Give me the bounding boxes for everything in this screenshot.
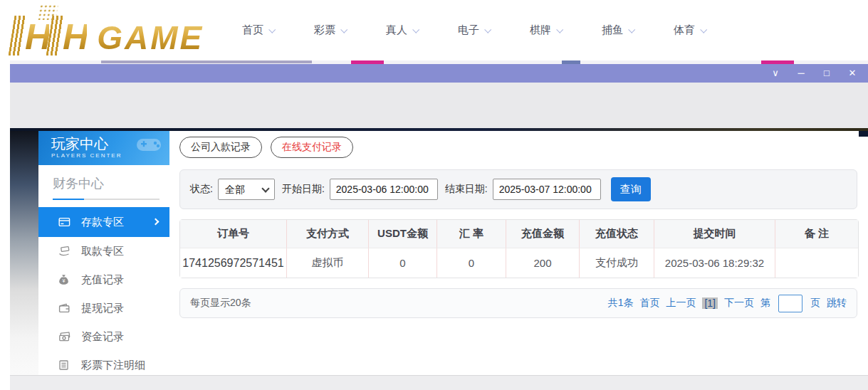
nav-item-fishing[interactable]: 捕鱼 (602, 23, 634, 37)
sidebar-menu: 存款专区 取款专区 ¥ (38, 207, 169, 379)
logo-text-game: GAME (97, 20, 204, 56)
filter-panel: 状态: 全部 开始日期: 结束日期: 查询 (179, 169, 857, 209)
chevron-down-icon (484, 26, 491, 33)
sidebar-item-label: 取款专区 (81, 245, 124, 258)
logo[interactable]: H H GAME (11, 6, 204, 56)
table-header-row: 订单号 支付方式 USDT金额 汇 率 充值金额 充值状态 提交时间 备 注 (180, 220, 858, 248)
background-fragment (101, 60, 312, 63)
status-select[interactable]: 全部 (218, 179, 275, 200)
left-shade-decoration (10, 131, 38, 375)
logo-letter-h1: H (25, 19, 49, 56)
sidebar-item-withdrawal-records[interactable]: 提现记录 (38, 294, 169, 322)
sidebar: 玩家中心 PLAYERS CENTER 财务中心 (38, 131, 169, 375)
status-label: 状态: (190, 183, 213, 196)
sidebar-item-recharge-records[interactable]: ¥ 充值记录 (38, 265, 169, 294)
pagination-prev-link[interactable]: 上一页 (666, 297, 696, 310)
main-content: 公司入款记录 在线支付记录 状态: 全部 开始日期: 结束日期: 查询 (179, 131, 859, 318)
window-titlebar: ∨ ─ □ ✕ (10, 64, 868, 83)
chevron-down-icon (268, 26, 276, 33)
jump-button[interactable]: 跳转 (827, 297, 847, 310)
end-date-input[interactable] (493, 179, 601, 200)
window-bottom-strip (10, 375, 868, 390)
total-count-text: 共1条 (608, 297, 634, 310)
nav-item-label: 电子 (458, 23, 479, 37)
nav-item-sports[interactable]: 体育 (674, 23, 706, 37)
cell-recharge-amount: 200 (506, 248, 580, 278)
sidebar-item-label: 资金记录 (81, 330, 124, 344)
tab-company-deposit-records[interactable]: 公司入款记录 (179, 137, 262, 158)
sidebar-section-underline-fill (53, 199, 84, 200)
cell-submit-time: 2025-03-06 18:29:32 (654, 248, 775, 278)
record-tabs: 公司入款记录 在线支付记录 (179, 137, 859, 158)
cell-recharge-status: 支付成功 (580, 248, 654, 278)
column-header-recharge-status: 充值状态 (580, 220, 654, 248)
sidebar-item-label: 提现记录 (81, 302, 124, 315)
pagination-panel: 每页显示20条 共1条 首页 上一页 [1] 下一页 第 页 跳转 (179, 288, 857, 318)
chevron-down-icon (556, 26, 563, 33)
column-header-submit-time: 提交时间 (654, 220, 775, 248)
nav-item-label: 棋牌 (530, 23, 551, 37)
table-row: 1741256972571451 虚拟币 0 0 200 支付成功 2025-0… (180, 248, 858, 278)
cell-remark (775, 248, 858, 278)
wallet-icon (58, 302, 71, 314)
maximize-button[interactable]: □ (821, 64, 832, 83)
nav-item-label: 首页 (242, 23, 263, 37)
banknotes-icon (58, 331, 71, 342)
nav-item-live-casino[interactable]: 真人 (386, 23, 418, 37)
pagination-controls: 共1条 首页 上一页 [1] 下一页 第 页 跳转 (608, 295, 847, 312)
jump-label-suffix: 页 (810, 297, 820, 310)
minimize-button[interactable]: ─ (795, 64, 807, 83)
nav-item-slots[interactable]: 电子 (458, 23, 490, 37)
column-header-exchange-rate: 汇 率 (437, 220, 506, 248)
status-select-wrap: 全部 (218, 179, 275, 200)
logo-bars (9, 16, 27, 56)
column-header-order-no: 订单号 (180, 220, 287, 248)
svg-text:¥: ¥ (62, 278, 66, 284)
sidebar-item-funds-records[interactable]: 资金记录 (38, 322, 169, 351)
app-window: H H GAME 首页 彩票 真人 电子 棋牌 (0, 0, 868, 390)
nav-item-board-games[interactable]: 棋牌 (530, 23, 562, 37)
column-header-payment-method: 支付方式 (287, 220, 369, 248)
page-size-text: 每页显示20条 (190, 297, 251, 310)
cell-exchange-rate: 0 (437, 248, 506, 278)
gamepad-icon (135, 135, 164, 157)
chevron-down-icon (700, 26, 707, 33)
pagination-next-link[interactable]: 下一页 (724, 297, 754, 310)
close-button[interactable]: ✕ (847, 64, 858, 83)
pagination-current-page[interactable]: [1] (702, 297, 718, 309)
jump-page-input[interactable] (778, 295, 802, 312)
sidebar-section-underline (53, 199, 160, 200)
column-header-remark: 备 注 (775, 220, 858, 248)
table-body: 1741256972571451 虚拟币 0 0 200 支付成功 2025-0… (180, 248, 858, 278)
pagination-first-link[interactable]: 首页 (639, 297, 659, 310)
nav-item-label: 彩票 (314, 23, 335, 37)
nav-item-lottery[interactable]: 彩票 (314, 23, 346, 37)
nav-item-home[interactable]: 首页 (242, 23, 274, 37)
column-header-usdt-amount: USDT金额 (369, 220, 437, 248)
nav-item-label: 真人 (386, 23, 407, 37)
start-date-input[interactable] (330, 179, 438, 200)
end-date-label: 结束日期: (445, 183, 488, 196)
nav-item-label: 捕鱼 (602, 23, 623, 37)
sidebar-section-title: 财务中心 (53, 175, 169, 192)
tab-online-payment-records[interactable]: 在线支付记录 (271, 137, 353, 158)
cell-payment-method: 虚拟币 (287, 248, 369, 278)
bank-card-icon (58, 216, 71, 228)
jump-label-prefix: 第 (760, 297, 770, 310)
cell-order-no: 1741256972571451 (180, 248, 287, 278)
sidebar-item-label: 充值记录 (81, 273, 124, 287)
chevron-right-icon (152, 218, 160, 226)
sidebar-item-deposit-zone[interactable]: 存款专区 (38, 207, 169, 237)
chevron-down-icon (340, 26, 347, 33)
table-header: 订单号 支付方式 USDT金额 汇 率 充值金额 充值状态 提交时间 备 注 (180, 220, 858, 248)
logo-letter-h2: H (63, 19, 87, 56)
sidebar-item-label: 存款专区 (81, 216, 124, 229)
titlebar-dropdown-chevron-icon[interactable]: ∨ (770, 64, 781, 83)
chevron-down-icon (412, 26, 419, 33)
start-date-label: 开始日期: (282, 183, 325, 196)
sidebar-item-withdraw-zone[interactable]: 取款专区 (38, 237, 169, 265)
nav-item-label: 体育 (674, 23, 695, 37)
cell-usdt-amount: 0 (369, 248, 437, 278)
search-button[interactable]: 查询 (611, 177, 651, 201)
hand-money-icon (58, 246, 71, 257)
